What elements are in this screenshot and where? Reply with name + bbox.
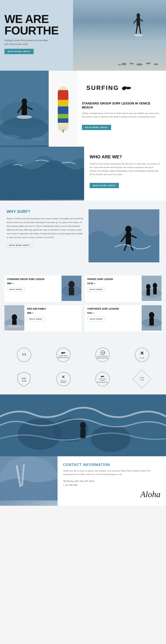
corporate-image: [142, 305, 161, 332]
svg-point-39: [153, 283, 157, 288]
svg-point-33: [68, 281, 75, 288]
svg-point-36: [142, 289, 161, 298]
kids-card: KIDS AND FAMILY $80 + READ MORE: [5, 305, 81, 332]
svg-line-3: [140, 20, 143, 21]
kids-button[interactable]: READ MORE: [27, 317, 45, 321]
shield-icon: SURF CLUB: [17, 371, 31, 387]
kids-photo-icon: [5, 305, 24, 330]
why-title: WHY SURF?: [7, 209, 84, 214]
contact-title: CONTACT INFORMATION: [63, 463, 160, 467]
svg-line-2: [134, 20, 136, 23]
svg-rect-26: [126, 232, 131, 244]
standard-group-photo-icon: [62, 276, 81, 301]
standard-group-price: $80 +: [7, 282, 59, 285]
svg-point-9: [136, 64, 142, 66]
standard-group-card: STANDARD GROUP SURF LESSON $80 + READ MO…: [5, 276, 81, 302]
badge-shield-club: SURF CLUB: [13, 370, 35, 388]
svg-point-21: [2, 135, 20, 139]
x-club-label: ✕ CLUB: [139, 350, 144, 359]
svg-point-48: [149, 312, 154, 318]
lesson-cta-button[interactable]: READ MORE ABOUT: [82, 125, 111, 130]
why-photo: [89, 209, 159, 262]
why-cta-button[interactable]: READ MORE ABOUT: [7, 243, 32, 248]
private-price: $150 +: [87, 282, 139, 285]
svg-rect-58: [80, 428, 86, 438]
who-content: WHO ARE WE? SouthCal Surf Lessons starte…: [84, 147, 166, 200]
private-photo-icon: [142, 276, 161, 301]
shark-badge-icon: [61, 351, 66, 355]
hero-cta-button[interactable]: READ MORE ABOUT: [5, 49, 34, 54]
surf-shop-label: SURF SHOPPROFESSIONAL: [58, 351, 69, 359]
action-surf-icon: [89, 209, 159, 262]
shark-logo: SURFING: [86, 84, 157, 92]
surfing-school-label: ✕ SURFINGSCHOOL: [60, 374, 66, 384]
who-section: WHO ARE WE? SouthCal Surf Lessons starte…: [0, 147, 166, 200]
x-icon: ✕: [140, 350, 144, 357]
corporate-price: $10 +: [87, 311, 139, 315]
full-wave-icon: [0, 394, 166, 456]
kids-price: $80 +: [27, 311, 79, 315]
corporate-title: CORPORATE SURF LESSONS: [87, 308, 139, 310]
contact-address: 350 5th Ave, New York, NY 10118: [63, 479, 160, 483]
birds-icon: [117, 58, 161, 66]
contact-content: CONTACT INFORMATION Would you like to re…: [58, 456, 166, 506]
surfboard-container: ···: [58, 73, 68, 144]
svg-point-12: [118, 64, 121, 65]
badge-vs: VS: [13, 346, 35, 364]
contact-photo: [0, 456, 58, 506]
svg-rect-38: [146, 289, 150, 296]
svg-point-37: [146, 284, 150, 289]
lesson-title: STANDARD GROUP SURF LESSON IN VENICE BEA…: [82, 101, 161, 109]
corporate-photo-icon: [142, 305, 161, 330]
private-card: PRIVATE SURF LESSON $150 + READ MORE: [85, 276, 162, 302]
private-title: PRIVATE SURF LESSON: [87, 278, 139, 281]
surfboard-graphic: [58, 86, 68, 131]
standard-group-button[interactable]: READ MORE: [7, 287, 25, 292]
why-content: WHY SURF? Plenty of surfers start their …: [7, 209, 84, 262]
who-description: SouthCal Surf Lessons started from the i…: [90, 162, 160, 176]
svg-point-6: [134, 34, 143, 36]
surfboard-display: ···: [49, 71, 77, 147]
who-cta-button[interactable]: READ MORE ABOUT: [90, 183, 119, 188]
svg-point-56: [91, 425, 131, 452]
surf-photo-2: [0, 71, 49, 147]
badge-surf-lessons: SURF LESSONSPROFESSIONAL: [92, 346, 114, 364]
contact-details: 350 5th Ave, New York, NY 10118 1 212-73…: [63, 479, 160, 487]
hero-title: WE ARE FOURTHE: [5, 13, 66, 36]
standard-group-content: STANDARD GROUP SURF LESSON $80 + READ MO…: [5, 276, 62, 302]
kids-content: KIDS AND FAMILY $80 + READ MORE: [24, 305, 81, 332]
kids-title: KIDS AND FAMILY: [27, 308, 79, 310]
corporate-button[interactable]: READ MORE: [87, 317, 105, 321]
lessons-row-2: KIDS AND FAMILY $80 + READ MORE CORPORAT…: [5, 305, 161, 332]
section2-content: SURFING STANDARD GROUP SURF LESSON IN VE…: [77, 71, 166, 147]
kids-image: [5, 305, 24, 332]
hero-content: WE ARE FOURTHE Surfing Lessons Perth, pr…: [5, 13, 66, 54]
svg-point-25: [125, 226, 131, 233]
svg-point-16: [22, 98, 27, 105]
svg-line-4: [136, 26, 137, 33]
corporate-card: CORPORATE SURF LESSONS $10 + READ MORE: [85, 305, 162, 332]
badge-diamond: SURFCLUB: [131, 370, 153, 388]
svg-point-57: [80, 422, 86, 429]
private-content: PRIVATE SURF LESSON $150 + READ MORE: [85, 276, 142, 302]
surfer-water-icon: [0, 71, 49, 146]
lesson-description: Taking a standard group surf lesson in V…: [82, 112, 161, 118]
svg-point-7: [121, 63, 127, 65]
svg-point-10: [146, 62, 151, 64]
svg-point-11: [154, 64, 158, 65]
who-title: WHO ARE WE?: [90, 154, 160, 160]
svg-point-22: [31, 137, 44, 141]
lessons-section: STANDARD GROUP SURF LESSON $80 + READ MO…: [0, 271, 166, 339]
private-button[interactable]: READ MORE: [87, 287, 105, 292]
svg-text:CLUB: CLUB: [22, 380, 26, 382]
contact-photo-icon: [0, 456, 58, 500]
badges-section: VS SURF SHOPPROFESSIONAL: [0, 339, 166, 394]
kids-surf-label: KIDS SURFSHOPPROFESSIONAL: [97, 375, 108, 383]
badge-kids-surf-shop: KIDS SURFSHOPPROFESSIONAL: [92, 370, 114, 388]
badge-x-club: ✕ CLUB: [131, 346, 153, 364]
svg-line-5: [139, 26, 140, 33]
corporate-content: CORPORATE SURF LESSONS $10 + READ MORE: [85, 305, 142, 332]
hero-subtitle: Surfing Lessons Perth, proud to be the o…: [5, 38, 49, 46]
surf-circle-icon: [100, 350, 105, 355]
diamond-label: SURFCLUB: [140, 377, 144, 381]
